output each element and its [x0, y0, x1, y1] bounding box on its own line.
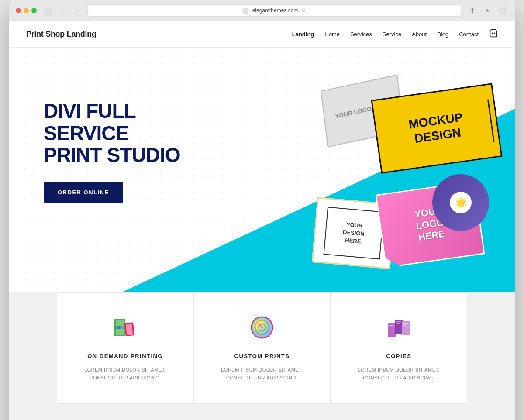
maximize-dot[interactable] [31, 8, 37, 13]
reload-icon[interactable]: ↻ [301, 7, 306, 14]
svg-rect-18 [389, 327, 393, 327]
service-title-custom: CUSTOM PRINTS [211, 353, 312, 359]
service-desc-on-demand: LOREM IPSUM DOLOR SIT AMET,CONSECTETUR A… [75, 366, 176, 382]
hero-title: DIVI FULL SERVICE PRINT STUDIO [44, 100, 183, 166]
order-online-button[interactable]: ORDER ONLINE [44, 182, 123, 203]
service-desc-custom: LOREM IPSUM DOLOR SIT AMET,CONSECTETUR A… [211, 366, 312, 382]
service-title-on-demand: ON DEMAND PRINTING [75, 353, 176, 359]
site-nav: Landing Home Services Service About Blog… [292, 29, 498, 40]
svg-rect-22 [403, 325, 407, 326]
mockup-white-text: YOURDESIGNHERE [342, 220, 365, 246]
mockup-purple-badge: 🌟 [432, 174, 489, 231]
svg-rect-4 [126, 324, 133, 335]
services-cards: ON DEMAND PRINTING LOREM IPSUM DOLOR SIT… [57, 292, 467, 404]
nav-home[interactable]: Home [324, 31, 340, 38]
close-dot[interactable] [16, 8, 21, 13]
mockup-container: YOUR LOGO HERE MOCKUPDESIGN YOURDESIGNHE… [253, 74, 515, 292]
share-icon[interactable]: ⬆ [466, 4, 479, 17]
purple-inner-icon: 🌟 [455, 197, 467, 208]
site-content: Print Shop Landing Landing Home Services… [9, 21, 515, 420]
new-tab-icon[interactable]: + [481, 4, 493, 17]
browser-toolbar: ⬜ ‹ › ⬜ elegantthemes.com ↻ ⬆ + ⬜ [9, 0, 515, 21]
svg-rect-6 [114, 326, 125, 329]
svg-point-13 [252, 317, 272, 338]
nav-landing[interactable]: Landing [292, 31, 314, 38]
window-icon: ⬜ [42, 4, 54, 17]
svg-rect-20 [396, 323, 400, 324]
mockup-purple-inner: 🌟 [450, 192, 472, 213]
cart-icon[interactable] [489, 29, 498, 40]
site-logo: Print Shop Landing [26, 30, 97, 39]
nav-contact[interactable]: Contact [459, 31, 479, 38]
service-title-copies: COPIES [348, 353, 449, 359]
svg-rect-17 [389, 325, 394, 326]
forward-button[interactable]: › [70, 4, 82, 17]
site-header: Print Shop Landing Landing Home Services… [9, 21, 515, 48]
minimize-dot[interactable] [24, 8, 29, 13]
service-card-copies: COPIES LOREM IPSUM DOLOR SIT AMET,CONSEC… [331, 292, 467, 404]
service-card-custom: CUSTOM PRINTS LOREM IPSUM DOLOR SIT AMET… [193, 292, 330, 404]
browser-window: ⬜ ‹ › ⬜ elegantthemes.com ↻ ⬆ + ⬜ Print … [9, 0, 515, 420]
browser-actions: ⬆ + ⬜ [466, 4, 508, 17]
print-icon [112, 314, 138, 341]
browser-dots [16, 8, 37, 13]
custom-icon [249, 314, 275, 341]
nav-about[interactable]: About [412, 31, 427, 38]
service-card-on-demand: ON DEMAND PRINTING LOREM IPSUM DOLOR SIT… [57, 292, 193, 404]
browser-nav-buttons: ⬜ ‹ › [42, 4, 82, 17]
nav-services[interactable]: Services [350, 31, 372, 38]
copies-icon [386, 314, 412, 341]
nav-blog[interactable]: Blog [437, 31, 448, 38]
back-button[interactable]: ‹ [56, 4, 68, 17]
nav-service[interactable]: Service [383, 31, 401, 38]
tabs-icon[interactable]: ⬜ [496, 4, 508, 17]
mockup-yellow-text: MOCKUPDESIGN [408, 110, 466, 147]
hero-section: DIVI FULL SERVICE PRINT STUDIO ORDER ONL… [9, 48, 515, 292]
svg-rect-21 [403, 323, 408, 324]
svg-rect-19 [396, 321, 401, 322]
hero-content: DIVI FULL SERVICE PRINT STUDIO ORDER ONL… [9, 48, 218, 203]
mockup-white-inner: YOURDESIGNHERE [323, 207, 384, 260]
address-bar[interactable]: ⬜ elegantthemes.com ↻ [87, 4, 461, 17]
url-text: elegantthemes.com [252, 7, 298, 14]
services-section: ON DEMAND PRINTING LOREM IPSUM DOLOR SIT… [9, 292, 515, 420]
service-desc-copies: LOREM IPSUM DOLOR SIT AMET,CONSECTETUR A… [348, 366, 449, 382]
